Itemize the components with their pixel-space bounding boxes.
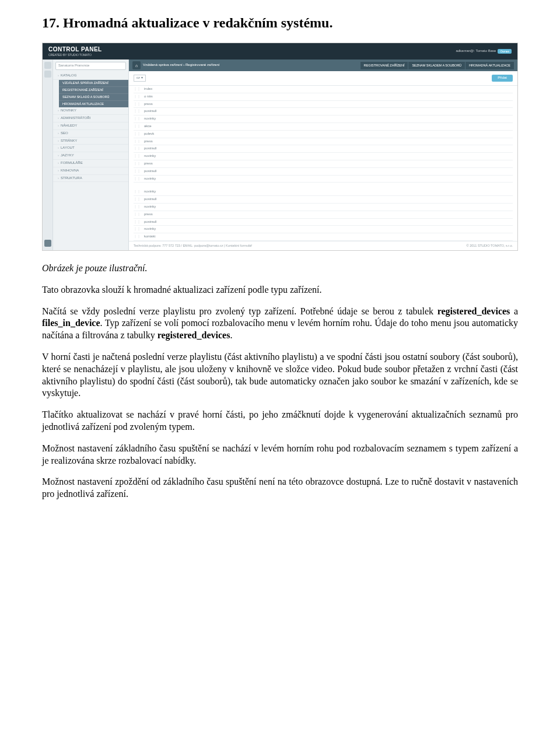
cp-footer-left: Technická podpora: 777 572 723 / EMAIL: … bbox=[134, 244, 252, 248]
paragraph: V horní časti je načtená poslední verze … bbox=[42, 351, 518, 400]
list-item: ⋮⋮press bbox=[134, 160, 513, 168]
sidebar-subitem: REGISTROVANÉ ZAŘÍZENÍ bbox=[59, 86, 128, 93]
list-item: ⋮⋮novinky bbox=[134, 204, 513, 211]
list-item: ⋮⋮kontakt bbox=[134, 233, 513, 241]
cp-action-btn: Přidat bbox=[492, 75, 513, 82]
list-item: ⋮⋮postradí bbox=[134, 219, 513, 226]
cp-tool-icon bbox=[44, 240, 51, 247]
sidebar-subitem: SEZNAM SKLADŮ A SOUBORŮ bbox=[59, 93, 128, 100]
list-item: ⋮⋮press bbox=[134, 138, 513, 146]
list-item: ⋮⋮press bbox=[134, 101, 513, 108]
cp-sidebar: Sanatorra Pranvnce KATALOGVZDÁLENÁ SPRÁV… bbox=[53, 59, 129, 250]
list-item: ⋮⋮press bbox=[134, 211, 513, 219]
cp-title: CONTROL PANEL bbox=[48, 45, 102, 53]
list-item: ⋮⋮polevk bbox=[134, 131, 513, 138]
cp-footer: Technická podpora: 777 572 723 / EMAIL: … bbox=[129, 241, 517, 250]
sidebar-item: ADMINISTRÁTOŘI bbox=[53, 115, 128, 122]
sidebar-item: KATALOG bbox=[53, 72, 128, 80]
sidebar-subitem: HROMADNÁ AKTUALIZACE bbox=[59, 100, 128, 107]
sidebar-item: STRUKTURA bbox=[53, 175, 128, 183]
home-icon: ⌂ bbox=[132, 61, 141, 69]
paragraph: Načítá se vždy poslední verze playlistu … bbox=[42, 306, 518, 342]
text: . Typ zařízení se volí pomocí rozbalovac… bbox=[42, 318, 518, 340]
list-item: ⋮⋮index bbox=[134, 86, 513, 93]
sidebar-item: LAYOUT bbox=[53, 145, 128, 152]
cp-tab: REGISTROVANÉ ZAŘÍZENÍ bbox=[360, 62, 408, 69]
list-item: ⋮⋮akce bbox=[134, 123, 513, 131]
list-item: ⋮⋮postradí bbox=[134, 108, 513, 115]
list-item: ⋮⋮postradí bbox=[134, 145, 513, 153]
sidebar-item: NOVINKY bbox=[53, 107, 128, 115]
cp-header: CONTROL PANEL CREATED BY STUDIO TOMATO a… bbox=[43, 43, 517, 59]
paragraph: Tlačítko aktualizovat se nachází v pravé… bbox=[42, 409, 518, 433]
cp-tool-icon bbox=[44, 62, 51, 69]
bold-term: registered_devices bbox=[438, 306, 510, 316]
cp-lang-select: cz ▾ bbox=[134, 75, 146, 82]
list-item: ⋮⋮postradí bbox=[134, 196, 513, 204]
list-item: ⋮⋮novinky bbox=[134, 226, 513, 233]
paragraph: Tato obrazovka slouží k hromadné aktuali… bbox=[42, 284, 518, 296]
cp-breadcrumb-bar: ⌂ Vzdálená správa zařízení › Registrovan… bbox=[129, 59, 517, 71]
list-item: ⋮⋮novinky bbox=[134, 153, 513, 160]
bold-term: files_in_device bbox=[42, 318, 100, 328]
text: a bbox=[510, 306, 518, 316]
text: Načítá se vždy poslední verze playlistu … bbox=[42, 306, 438, 316]
text: . bbox=[230, 330, 232, 340]
paragraph: Možnost nastavení základního času spuště… bbox=[42, 443, 518, 467]
list-item: ⋮⋮postradí bbox=[134, 168, 513, 176]
paragraph: Možnost nastavení zpoždění od základního… bbox=[42, 476, 518, 500]
cp-tab: SEZNAM SKLADEM A SOUBORŮ bbox=[408, 62, 465, 69]
page-heading: 17. Hromadná aktualizace v redakčním sys… bbox=[42, 14, 518, 32]
list-item: ⋮⋮novinky bbox=[134, 176, 513, 183]
cp-breadcrumb: Vzdálená správa zařízení › Registrované … bbox=[143, 63, 219, 68]
sidebar-item: NÁHLEDY bbox=[53, 122, 128, 130]
sidebar-item: JAZYKY bbox=[53, 152, 128, 160]
cp-controls: cz ▾ Přidat bbox=[129, 71, 517, 86]
sidebar-item: FORMULÁŘE bbox=[53, 160, 128, 167]
illustration-note: Obrázek je pouze ilustrační. bbox=[42, 262, 518, 275]
sidebar-item: SEO bbox=[53, 130, 128, 138]
bold-term: registered_devices bbox=[158, 330, 230, 340]
cp-footer-right: © 2011 STUDIO TOMATO, s.r.o. bbox=[467, 244, 513, 248]
cp-header-btn: Ownes bbox=[498, 49, 512, 54]
illustrative-screenshot: CONTROL PANEL CREATED BY STUDIO TOMATO a… bbox=[42, 43, 518, 251]
cp-subtitle: CREATED BY STUDIO TOMATO bbox=[48, 53, 102, 57]
sidebar-item: STRÁNKY bbox=[53, 138, 128, 145]
cp-tab: HROMADNÁ AKTUALIZACE bbox=[466, 62, 514, 69]
cp-tool-icon bbox=[44, 71, 51, 78]
cp-header-user: adkarzan@: Tomato Base bbox=[456, 49, 496, 54]
list-item: ⋮⋮novinky bbox=[134, 115, 513, 123]
sidebar-subitem: VZDÁLENÁ SPRÁVA ZAŘÍZENÍ bbox=[59, 80, 128, 86]
cp-iconcol bbox=[43, 59, 53, 250]
cp-main: ⌂ Vzdálená správa zařízení › Registrovan… bbox=[129, 59, 517, 250]
list-item: ⋮⋮novinky bbox=[134, 188, 513, 196]
sidebar-item: KNIHOVNA bbox=[53, 167, 128, 175]
cp-search: Sanatorra Pranvnce bbox=[55, 62, 126, 70]
list-item: ⋮⋮o nás bbox=[134, 93, 513, 101]
